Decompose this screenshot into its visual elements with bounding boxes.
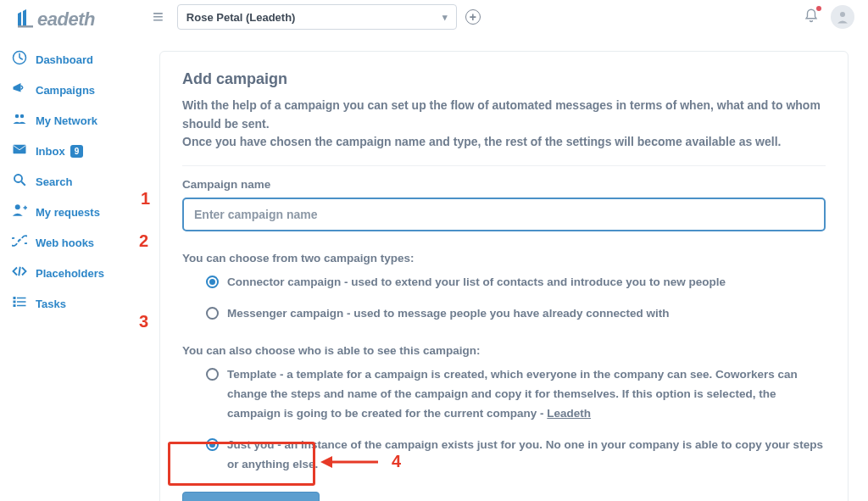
inbox-badge: 9 <box>70 145 84 158</box>
avatar[interactable] <box>831 5 854 29</box>
search-icon <box>12 172 27 191</box>
option-label: Connector campaign - used to extend your… <box>227 273 726 292</box>
annotation-number-3: 3 <box>139 312 148 331</box>
svg-line-10 <box>19 267 20 276</box>
svg-line-6 <box>21 181 25 186</box>
envelope-icon <box>12 142 27 160</box>
account-select[interactable]: Rose Petal (Leadeth) ▾ <box>177 4 457 30</box>
sidebar-item-label: Inbox <box>36 145 65 158</box>
sidebar-item-placeholders[interactable]: Placeholders <box>0 258 136 288</box>
svg-rect-4 <box>14 145 26 154</box>
sidebar-item-label: Tasks <box>36 298 66 310</box>
campaign-name-label: Campaign name <box>182 178 826 191</box>
create-campaign-button[interactable]: ✚ Create Campaign <box>182 492 320 501</box>
option-label: Messenger campaign - used to message peo… <box>227 304 669 324</box>
svg-point-17 <box>840 12 845 17</box>
svg-rect-16 <box>17 305 26 307</box>
sidebar-item-webhooks[interactable]: Web hooks <box>0 227 136 258</box>
sidebar-item-tasks[interactable]: Tasks <box>0 288 136 319</box>
logo-icon <box>15 9 36 30</box>
person-plus-icon <box>12 203 27 221</box>
svg-rect-15 <box>14 304 16 307</box>
people-icon <box>12 111 27 130</box>
sidebar-item-label: My Network <box>36 114 97 127</box>
radio-icon[interactable] <box>206 276 219 288</box>
campaign-name-input[interactable] <box>182 198 826 231</box>
svg-point-7 <box>15 204 20 209</box>
sidebar-item-search[interactable]: Search <box>0 166 136 197</box>
campaign-type-options: Connector campaign - used to extend your… <box>182 273 826 324</box>
sidebar-item-label: Search <box>36 175 72 188</box>
sidebar-item-label: Web hooks <box>36 237 94 249</box>
option-messenger-campaign[interactable]: Messenger campaign - used to message peo… <box>206 304 826 324</box>
logo-text: eadeth <box>37 8 95 31</box>
company-link[interactable]: Leadeth <box>547 407 591 420</box>
logo: eadeth <box>0 0 136 42</box>
campaign-type-label: You can choose from two campaign types: <box>182 252 826 264</box>
option-just-you[interactable]: Just you - an instance of the campaign e… <box>206 436 826 475</box>
divider <box>182 165 826 166</box>
sidebar-item-campaigns[interactable]: Campaigns <box>0 75 136 105</box>
radio-icon[interactable] <box>206 307 219 320</box>
svg-point-3 <box>20 114 25 119</box>
megaphone-icon <box>12 81 27 99</box>
svg-rect-11 <box>14 297 16 299</box>
sidebar-item-inbox[interactable]: Inbox 9 <box>0 136 136 166</box>
option-label: Template - a template for a campaign is … <box>227 365 826 424</box>
panel-title: Add campaign <box>182 70 826 88</box>
sidebar-item-dashboard[interactable]: Dashboard <box>0 44 136 75</box>
svg-rect-14 <box>17 301 26 303</box>
nav: Dashboard Campaigns My Network Inbox 9 <box>0 42 136 319</box>
sidebar-item-label: Placeholders <box>36 267 104 280</box>
svg-point-2 <box>15 114 19 119</box>
link-icon <box>12 233 27 252</box>
code-icon <box>12 264 27 282</box>
sidebar-item-requests[interactable]: My requests <box>0 197 136 227</box>
panel-intro-2: Once you have chosen the campaign name a… <box>182 133 826 152</box>
sidebar: eadeth Dashboard Campaigns My Network In… <box>0 0 136 501</box>
topbar: ≡ Rose Petal (Leadeth) ▾ + <box>144 0 868 34</box>
option-template[interactable]: Template - a template for a campaign is … <box>206 365 826 424</box>
sidebar-item-label: Campaigns <box>36 84 95 97</box>
svg-rect-0 <box>18 25 33 28</box>
sidebar-item-label: Dashboard <box>36 53 93 66</box>
list-icon <box>12 294 27 313</box>
visibility-options: Template - a template for a campaign is … <box>182 365 826 475</box>
radio-icon[interactable] <box>206 368 219 381</box>
svg-rect-12 <box>17 298 26 299</box>
svg-rect-13 <box>14 301 16 303</box>
chevron-down-icon: ▾ <box>442 12 448 23</box>
annotation-number-2: 2 <box>139 231 148 251</box>
dashboard-icon <box>12 50 27 69</box>
annotation-number-1: 1 <box>141 189 150 209</box>
radio-icon[interactable] <box>206 438 219 451</box>
option-label: Just you - an instance of the campaign e… <box>227 436 826 475</box>
menu-toggle-icon[interactable]: ≡ <box>147 3 169 31</box>
option-connector-campaign[interactable]: Connector campaign - used to extend your… <box>206 273 826 292</box>
sidebar-item-label: My requests <box>36 206 100 219</box>
visibility-label: You can also choose who is able to see t… <box>182 344 826 357</box>
sidebar-item-network[interactable]: My Network <box>0 105 136 136</box>
svg-point-5 <box>14 175 22 182</box>
add-campaign-panel: Add campaign With the help of a campaign… <box>159 51 849 501</box>
add-account-button[interactable]: + <box>465 9 481 25</box>
account-selected-label: Rose Petal (Leadeth) <box>186 11 296 24</box>
panel-intro-1: With the help of a campaign you can set … <box>182 97 826 133</box>
notifications-icon[interactable] <box>800 4 822 30</box>
